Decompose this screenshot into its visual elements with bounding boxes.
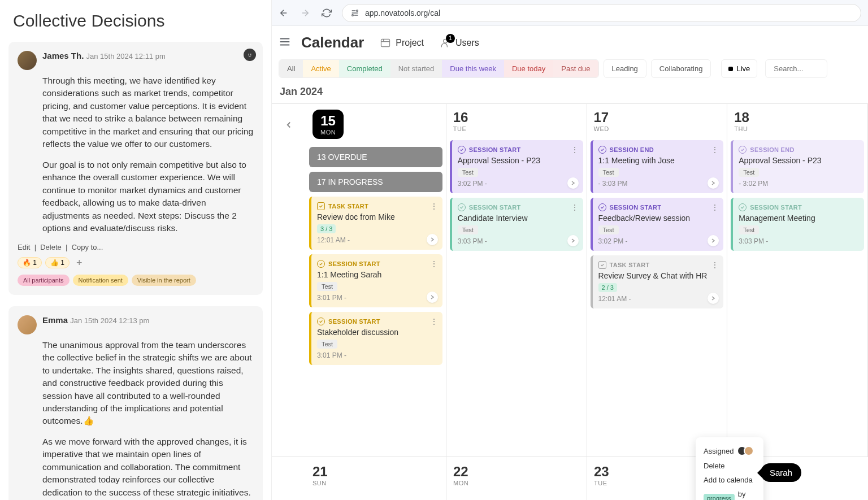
event-card[interactable]: ⋮ SESSION START 1:1 Meeting Sarah Test 3…	[309, 254, 442, 307]
day-column: 22MON	[446, 457, 587, 500]
project-icon	[380, 37, 391, 49]
delete-link[interactable]: Delete	[40, 243, 62, 251]
day-number: 22	[453, 464, 583, 480]
event-card[interactable]: ⋮ SESSION START Candidate Interview Test…	[450, 198, 583, 251]
event-menu-icon[interactable]: ⋮	[430, 202, 438, 210]
event-time: 3:02 PM -	[598, 237, 628, 245]
chevron-right-icon[interactable]	[708, 293, 719, 304]
reaction-fire[interactable]: 🔥 1	[18, 257, 42, 268]
popup-add-calendar[interactable]: Add to calenda	[701, 473, 758, 487]
comment-text: Through this meeting, we have identified…	[42, 75, 254, 151]
event-menu-icon[interactable]: ⋮	[571, 146, 579, 154]
chevron-right-icon[interactable]	[427, 292, 438, 303]
chevron-right-icon[interactable]	[567, 177, 579, 189]
event-title: Review Survey & Chat with HR	[598, 271, 718, 280]
event-card[interactable]: ⋮ TASK START Review Survey & Chat with H…	[591, 255, 724, 308]
day-of-week: WED	[594, 125, 724, 132]
event-menu-icon[interactable]: ⋮	[711, 261, 719, 269]
popup-progress[interactable]: progress by user	[701, 487, 758, 500]
reaction-icon[interactable]	[244, 49, 256, 61]
live-button[interactable]: Live	[721, 59, 757, 78]
comment-timestamp: Jan 15th 2024 12:13 pm	[70, 316, 149, 325]
avatar[interactable]	[18, 315, 37, 334]
day-of-week: SUN	[313, 480, 442, 486]
svg-point-4	[352, 14, 354, 16]
event-tag: Test	[739, 225, 759, 234]
day-of-week: THU	[734, 125, 864, 132]
day-number: 17	[594, 110, 724, 125]
search-input[interactable]	[765, 59, 827, 78]
event-card[interactable]: ⋮ SESSION START Approval Session - P23 T…	[450, 140, 583, 193]
edit-link[interactable]: Edit	[18, 243, 30, 251]
day-of-week: TUE	[453, 125, 583, 132]
chevron-right-icon[interactable]	[708, 235, 719, 246]
menu-icon[interactable]	[279, 36, 291, 50]
event-card[interactable]: ⋮ SESSION START Stakeholder discussion T…	[309, 312, 442, 365]
event-menu-icon[interactable]: ⋮	[711, 203, 719, 211]
popup-delete[interactable]: Delete	[701, 459, 758, 473]
add-reaction[interactable]: +	[73, 257, 86, 269]
event-tag: Test	[458, 225, 478, 234]
event-count: 2 / 3	[598, 283, 617, 292]
event-time: 12:01 AM -	[317, 236, 350, 244]
filter-dueweek[interactable]: Due this week	[442, 60, 504, 77]
back-icon[interactable]	[279, 8, 289, 18]
address-bar[interactable]: app.novatools.org/cal	[342, 4, 861, 22]
page-title: Collective Decisions	[13, 11, 263, 31]
inprogress-pill[interactable]: 17 IN PROGRESS	[309, 172, 442, 192]
filter-all[interactable]: All	[279, 60, 303, 77]
filter-collaborating[interactable]: Collaborating	[651, 59, 711, 78]
url-text: app.novatools.org/cal	[365, 8, 853, 18]
prev-week-button[interactable]	[272, 104, 306, 456]
day-number: 15	[320, 113, 336, 129]
svg-point-1	[248, 54, 249, 55]
chevron-right-icon[interactable]	[708, 177, 719, 189]
event-count: 3 / 3	[317, 224, 336, 233]
overdue-pill[interactable]: 13 OVERDUE	[309, 147, 442, 167]
comment-author: Emma	[42, 315, 68, 325]
event-card[interactable]: SESSION END Approval Session - P23 Test …	[731, 140, 864, 193]
popup-assigned[interactable]: Assigned	[701, 443, 758, 459]
event-title: 1:1 Meeting Sarah	[317, 270, 437, 279]
event-card[interactable]: ⋮ TASK START Review doc from Mike 3 / 3 …	[309, 197, 442, 250]
day-column: 15MON 13 OVERDUE 17 IN PROGRESS ⋮ TASK S…	[306, 104, 446, 456]
day-column: 16TUE ⋮ SESSION START Approval Session -…	[446, 104, 587, 456]
event-menu-icon[interactable]: ⋮	[711, 146, 719, 154]
event-title: 1:1 Meeting with Jose	[598, 156, 718, 165]
copy-link[interactable]: Copy to...	[72, 243, 103, 251]
project-nav[interactable]: Project	[380, 37, 424, 49]
filter-duetoday[interactable]: Due today	[504, 60, 553, 77]
filter-active[interactable]: Active	[303, 60, 338, 77]
users-badge: 1	[446, 34, 455, 43]
chevron-right-icon[interactable]	[427, 234, 438, 245]
comment-text: As we move forward with the approved cha…	[42, 436, 254, 499]
reload-icon[interactable]	[322, 8, 332, 18]
event-tag: Test	[739, 168, 759, 177]
event-card[interactable]: ⋮ SESSION END 1:1 Meeting with Jose Test…	[591, 140, 724, 193]
event-menu-icon[interactable]: ⋮	[571, 203, 579, 211]
event-menu-icon[interactable]: ⋮	[430, 318, 438, 325]
filter-pastdue[interactable]: Past due	[553, 60, 598, 77]
avatar[interactable]	[18, 51, 37, 70]
comment-text: The unanimous approval from the team und…	[42, 339, 254, 428]
live-icon	[728, 67, 733, 71]
session-icon	[598, 146, 606, 154]
filter-leading[interactable]: Leading	[604, 59, 646, 78]
chevron-right-icon[interactable]	[567, 235, 579, 246]
svg-rect-5	[381, 39, 390, 46]
session-icon	[739, 146, 747, 154]
event-title: Approval Session - P23	[458, 156, 578, 165]
event-card[interactable]: ⋮ SESSION START Feedback/Review session …	[591, 198, 724, 251]
forward-icon[interactable]	[300, 8, 310, 18]
users-nav[interactable]: 1 Users	[440, 37, 479, 49]
day-of-week: MON	[453, 480, 583, 486]
reaction-thumb[interactable]: 👍 1	[45, 257, 70, 268]
svg-point-2	[250, 54, 251, 55]
filter-completed[interactable]: Completed	[339, 60, 390, 77]
filter-notstarted[interactable]: Not started	[390, 60, 442, 77]
tag-report: Visible in the report	[132, 275, 196, 286]
event-menu-icon[interactable]: ⋮	[430, 260, 438, 268]
event-card[interactable]: SESSION START Management Meeting Test 3:…	[731, 198, 864, 251]
session-icon	[739, 203, 747, 211]
comment-author: James Th.	[42, 51, 84, 60]
